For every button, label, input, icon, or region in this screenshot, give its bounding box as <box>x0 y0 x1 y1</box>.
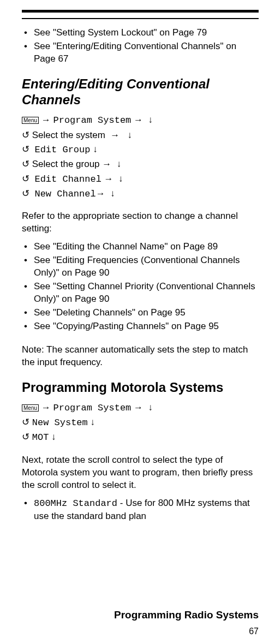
arrow-down-icon: ↓ <box>118 174 123 184</box>
list-item: See "Setting System Lockout" on Page 79 <box>24 27 259 39</box>
page-number: 67 <box>249 627 259 636</box>
list-item: 800MHz Standard - Use for 800 MHz system… <box>24 497 259 523</box>
rotate-icon: ↺ <box>22 417 29 427</box>
rotate-icon: ↺ <box>22 144 29 154</box>
rotate-icon: ↺ <box>22 159 29 169</box>
top-rule-thick <box>22 10 259 13</box>
motorola-option-list: 800MHz Standard - Use for 800 MHz system… <box>24 497 259 523</box>
nav-sequence-1: Menu → Program System → ↓ ↺ Select the s… <box>22 113 259 201</box>
arrow-down-icon: ↓ <box>128 130 133 140</box>
footer-title: Programming Radio Systems <box>114 609 259 621</box>
motorola-body: Next, rotate the scroll control to selec… <box>22 454 259 492</box>
arrow-down-icon: ↓ <box>51 432 56 442</box>
arrow-right-icon: → <box>41 402 51 413</box>
nav-edit-channel: Edit Channel <box>34 174 101 184</box>
nav-program-system: Program System <box>53 115 131 126</box>
menu-button-icon: Menu <box>22 404 39 412</box>
arrow-right-icon: → <box>41 115 51 125</box>
arrow-down-icon: ↓ <box>91 417 95 427</box>
arrow-down-icon: ↓ <box>117 159 122 169</box>
arrow-down-icon: ↓ <box>110 188 115 199</box>
list-item: See "Setting Channel Priority (Conventio… <box>24 281 259 306</box>
rotate-icon: ↺ <box>22 130 29 140</box>
nav-new-channel: New Channel <box>34 189 95 199</box>
refer-intro: Refer to the appropriate section to chan… <box>22 210 259 235</box>
menu-button-icon: Menu <box>22 117 39 124</box>
section-heading-motorola: Programming Motorola Systems <box>22 380 259 395</box>
top-rule-thin <box>22 18 259 19</box>
nav-program-system: Program System <box>53 403 131 413</box>
list-item: See "Deleting Channels" on Page 95 <box>24 307 259 319</box>
arrow-right-icon: → <box>104 174 113 184</box>
top-bullet-list: See "Setting System Lockout" on Page 79 … <box>24 27 259 65</box>
arrow-down-icon: ↓ <box>148 402 153 413</box>
arrow-right-icon: → <box>96 188 105 199</box>
arrow-right-icon: → <box>110 130 119 140</box>
nav-mot: MOT <box>32 432 49 443</box>
nav-new-system: New System <box>32 418 88 428</box>
nav-edit-group: Edit Group <box>34 145 90 155</box>
arrow-down-icon: ↓ <box>93 144 98 154</box>
note-text: Note: The scanner automatically sets the… <box>22 344 259 369</box>
list-item: See "Copying/Pasting Channels" on Page 9… <box>24 320 259 333</box>
arrow-right-icon: → <box>102 159 111 169</box>
rotate-icon: ↺ <box>22 188 29 199</box>
rotate-icon: ↺ <box>22 174 29 184</box>
arrow-right-icon: → <box>134 402 143 413</box>
list-item: See "Editing the Channel Name" on Page 8… <box>24 241 259 253</box>
arrow-right-icon: → <box>134 115 143 125</box>
rotate-icon: ↺ <box>22 432 29 442</box>
arrow-down-icon: ↓ <box>148 115 153 125</box>
nav-select-group: Select the group <box>32 159 100 169</box>
nav-select-system: Select the system <box>32 130 105 140</box>
option-code: 800MHz Standard <box>34 498 117 509</box>
list-item: See "Entering/Editing Conventional Chann… <box>24 40 259 65</box>
nav-sequence-2: Menu → Program System → ↓ ↺ New System ↓… <box>22 401 259 445</box>
section-heading-entering-editing: Entering/Editing Conventional Channels <box>22 76 259 108</box>
refer-bullet-list: See "Editing the Channel Name" on Page 8… <box>24 241 259 333</box>
list-item: See "Editing Frequencies (Conventional C… <box>24 254 259 279</box>
